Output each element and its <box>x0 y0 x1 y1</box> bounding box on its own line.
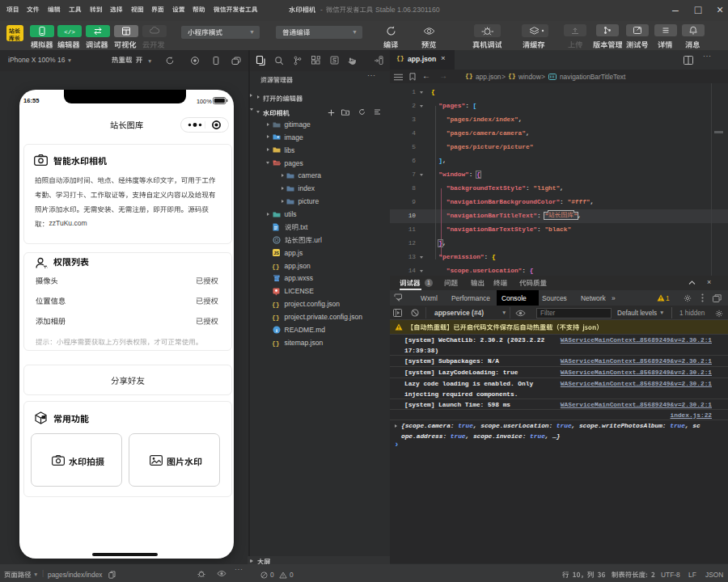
svg-text:JS: JS <box>273 251 279 255</box>
svg-text:</>: </> <box>64 29 75 36</box>
svg-text:i: i <box>276 327 277 334</box>
